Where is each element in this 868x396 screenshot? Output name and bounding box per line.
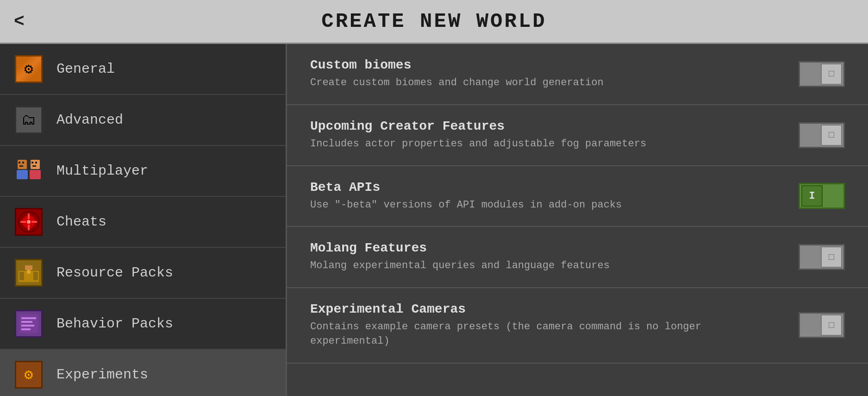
content-desc-custom-biomes: Create custom biomes and change world ge… — [310, 76, 785, 90]
svg-rect-20 — [25, 265, 32, 270]
svg-rect-5 — [17, 170, 28, 179]
svg-rect-2 — [19, 162, 20, 163]
content-text-upcoming-creator: Upcoming Creator Features Includes actor… — [310, 119, 785, 151]
content-title-experimental-cameras: Experimental Cameras — [310, 302, 785, 316]
cheats-icon — [14, 207, 44, 237]
main-layout: ⚙ General 🗂 Advanced — [0, 44, 868, 396]
content-text-molang: Molang Features Molang experimental quer… — [310, 241, 785, 273]
content-item-experimental-cameras: Experimental Cameras Contains example ca… — [287, 288, 868, 364]
sidebar-item-resource-packs[interactable]: Resource Packs — [0, 248, 286, 299]
general-icon: ⚙ — [14, 54, 44, 84]
toggle-custom-biomes[interactable] — [799, 61, 845, 87]
content-item-molang: Molang Features Molang experimental quer… — [287, 227, 868, 288]
svg-rect-8 — [35, 162, 37, 163]
content-title-molang: Molang Features — [310, 241, 785, 255]
content-title-custom-biomes: Custom biomes — [310, 58, 785, 72]
behavior-packs-icon — [14, 309, 44, 339]
back-button[interactable]: < — [14, 12, 25, 31]
content-area: Custom biomes Create custom biomes and c… — [287, 44, 868, 396]
content-desc-beta-apis: Use "-beta" versions of API modules in a… — [310, 198, 785, 213]
svg-rect-9 — [32, 165, 36, 167]
sidebar-label-advanced: Advanced — [56, 112, 123, 128]
content-item-upcoming-creator: Upcoming Creator Features Includes actor… — [287, 105, 868, 166]
toggle-container-beta-apis[interactable] — [799, 183, 845, 209]
content-text-experimental-cameras: Experimental Cameras Contains example ca… — [310, 302, 785, 349]
toggle-knob-custom-biomes — [821, 63, 842, 85]
sidebar-item-behavior-packs[interactable]: Behavior Packs — [0, 299, 286, 350]
content-text-custom-biomes: Custom biomes Create custom biomes and c… — [310, 58, 785, 90]
content-title-beta-apis: Beta APIs — [310, 180, 785, 195]
sidebar-item-advanced[interactable]: 🗂 Advanced — [0, 95, 286, 146]
experiments-icon: ⚙ — [14, 360, 44, 390]
toggle-container-custom-biomes[interactable] — [799, 61, 845, 87]
svg-rect-3 — [22, 162, 24, 163]
sidebar-label-experiments: Experiments — [56, 367, 148, 383]
svg-rect-28 — [21, 328, 31, 330]
svg-rect-14 — [28, 225, 30, 230]
svg-rect-15 — [20, 221, 26, 223]
sidebar: ⚙ General 🗂 Advanced — [0, 44, 287, 396]
sidebar-label-behavior-packs: Behavior Packs — [56, 316, 173, 332]
svg-rect-4 — [19, 165, 23, 167]
sidebar-label-general: General — [56, 61, 115, 77]
toggle-container-molang[interactable] — [799, 244, 845, 270]
toggle-molang[interactable] — [799, 244, 845, 270]
svg-rect-22 — [19, 272, 24, 280]
toggle-experimental-cameras[interactable] — [799, 312, 845, 338]
content-desc-experimental-cameras: Contains example camera presets (the cam… — [310, 320, 785, 349]
svg-rect-26 — [21, 321, 32, 323]
toggle-knob-experimental-cameras — [821, 314, 842, 336]
svg-rect-27 — [21, 325, 34, 327]
content-item-custom-biomes: Custom biomes Create custom biomes and c… — [287, 44, 868, 105]
svg-rect-1 — [18, 160, 27, 169]
advanced-icon: 🗂 — [14, 105, 44, 135]
sidebar-label-multiplayer: Multiplayer — [56, 163, 148, 179]
resource-packs-icon — [14, 258, 44, 288]
content-desc-upcoming-creator: Includes actor properties and adjustable… — [310, 137, 785, 151]
toggle-container-upcoming-creator[interactable] — [799, 122, 845, 148]
toggle-knob-upcoming-creator — [821, 125, 842, 146]
toggle-knob-beta-apis — [801, 185, 823, 207]
content-title-upcoming-creator: Upcoming Creator Features — [310, 119, 785, 133]
svg-rect-23 — [33, 272, 38, 280]
content-text-beta-apis: Beta APIs Use "-beta" versions of API mo… — [310, 180, 785, 213]
toggle-upcoming-creator[interactable] — [799, 122, 845, 148]
content-item-beta-apis: Beta APIs Use "-beta" versions of API mo… — [287, 166, 868, 227]
toggle-beta-apis[interactable] — [799, 183, 845, 209]
content-desc-molang: Molang experimental queries and language… — [310, 259, 785, 273]
sidebar-label-resource-packs: Resource Packs — [56, 265, 173, 281]
toggle-knob-molang — [821, 246, 842, 268]
header: < CREATE NEW WORLD — [0, 0, 868, 44]
svg-rect-13 — [28, 214, 30, 219]
sidebar-item-experiments[interactable]: ⚙ Experiments — [0, 350, 286, 396]
sidebar-label-cheats: Cheats — [56, 214, 106, 230]
svg-rect-25 — [21, 317, 36, 319]
toggle-container-experimental-cameras[interactable] — [799, 312, 845, 338]
svg-rect-6 — [31, 160, 40, 169]
sidebar-item-multiplayer[interactable]: Multiplayer — [0, 146, 286, 197]
svg-rect-16 — [31, 221, 37, 223]
sidebar-item-cheats[interactable]: Cheats — [0, 197, 286, 248]
svg-point-17 — [27, 220, 31, 224]
svg-rect-7 — [31, 162, 33, 163]
svg-rect-10 — [30, 170, 41, 179]
page-title: CREATE NEW WORLD — [321, 10, 546, 33]
multiplayer-icon — [14, 156, 44, 186]
svg-rect-21 — [27, 270, 31, 274]
sidebar-item-general[interactable]: ⚙ General — [0, 44, 286, 95]
